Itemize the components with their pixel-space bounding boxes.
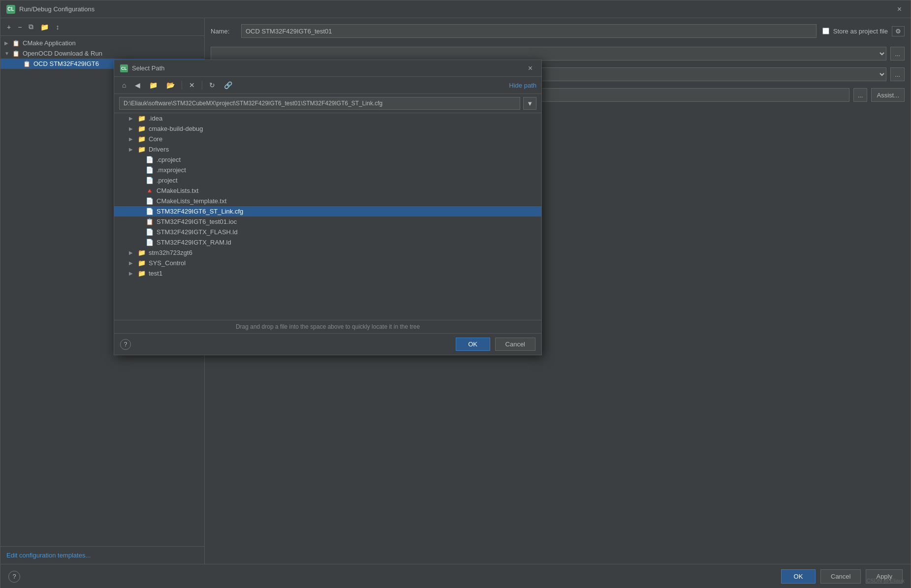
- sp-toolbar-divider-2: [202, 81, 202, 90]
- folder-icon: 📁: [138, 146, 146, 153]
- sp-toolbar-divider: [182, 81, 182, 90]
- sp-item-project[interactable]: 📄 .project: [114, 175, 541, 186]
- help-button[interactable]: ?: [8, 571, 20, 583]
- cmake-file-icon: 🔺: [146, 187, 154, 194]
- sp-folder-button[interactable]: 📁: [146, 80, 160, 91]
- sp-app-icon: CL: [120, 64, 128, 72]
- store-gear-button[interactable]: ⚙: [892, 26, 905, 36]
- cfg-file-icon: 📄: [146, 208, 154, 215]
- left-footer: Edit configuration templates...: [0, 546, 204, 564]
- sp-title-left: CL Select Path: [120, 64, 165, 72]
- config-dots-btn-2[interactable]: ...: [890, 67, 905, 81]
- sp-cancel-button[interactable]: Cancel: [495, 338, 535, 351]
- folder-config-button[interactable]: 📁: [38, 22, 51, 32]
- sp-drag-hint: Drag and drop a file into the space abov…: [114, 320, 541, 333]
- config-item-label: OpenOCD Download & Run: [23, 50, 102, 57]
- config-item-label: CMake Application: [23, 39, 76, 47]
- config-type-icon: 📋: [12, 50, 20, 57]
- sp-new-folder-button[interactable]: 📂: [163, 80, 178, 91]
- store-project-checkbox[interactable]: [822, 28, 829, 34]
- store-label: Store as project file: [833, 28, 888, 35]
- copy-config-button[interactable]: ⧉: [26, 21, 36, 32]
- sp-path-input[interactable]: [119, 97, 520, 110]
- folder-icon: 📁: [138, 115, 146, 122]
- folder-icon: 📁: [138, 259, 146, 267]
- file-icon: 📄: [146, 197, 154, 205]
- sp-link-button[interactable]: 🔗: [221, 80, 235, 91]
- window-title: Run/Debug Configurations: [19, 5, 94, 13]
- assist-button[interactable]: Assist...: [871, 88, 905, 102]
- expand-arrow: ▼: [4, 51, 9, 56]
- sp-close-button[interactable]: ×: [525, 63, 535, 74]
- expand-arrow: ▶: [4, 40, 9, 46]
- sp-item-cproject[interactable]: 📄 .cproject: [114, 155, 541, 165]
- sp-help-button[interactable]: ?: [120, 339, 131, 350]
- file-icon: 📄: [146, 156, 154, 163]
- app-icon: CL: [6, 5, 15, 14]
- name-input[interactable]: [241, 24, 817, 38]
- sp-item-test1[interactable]: ▶ 📁 test1: [114, 268, 541, 279]
- config-item-label: OCD STM32F429IGT6: [33, 60, 99, 67]
- sp-item-cmakelists[interactable]: 🔺 CMakeLists.txt: [114, 186, 541, 196]
- sp-item-drivers[interactable]: ▶ 📁 Drivers: [114, 144, 541, 155]
- sp-back-button[interactable]: ◀: [132, 80, 143, 91]
- folder-icon: 📁: [138, 249, 146, 256]
- name-row: Name: Store as project file ⚙: [211, 24, 905, 38]
- hide-path-link[interactable]: Hide path: [509, 82, 536, 89]
- sp-item-sys-control[interactable]: ▶ 📁 SYS_Control: [114, 258, 541, 268]
- sp-dialog-title: Select Path: [132, 64, 165, 72]
- config-type-icon: 📋: [12, 40, 20, 47]
- sp-delete-button[interactable]: ✕: [186, 80, 198, 91]
- sp-item-core[interactable]: ▶ 📁 Core: [114, 134, 541, 144]
- sp-home-button[interactable]: ⌂: [119, 80, 129, 91]
- sp-item-flash-ld[interactable]: 📄 STM32F429IGTX_FLASH.ld: [114, 227, 541, 237]
- folder-icon: 📁: [138, 125, 146, 132]
- ioc-file-icon: 📋: [146, 218, 154, 225]
- name-label: Name:: [211, 28, 235, 35]
- sp-toolbar: ⌂ ◀ 📁 📂 ✕ ↻ 🔗 Hide path: [114, 77, 541, 94]
- dialog-footer: ? OK Cancel Apply: [0, 564, 911, 588]
- footer-left: ?: [8, 571, 20, 583]
- sp-item-cmake-build[interactable]: ▶ 📁 cmake-build-debug: [114, 124, 541, 134]
- title-bar-left: CL Run/Debug Configurations: [6, 5, 94, 14]
- sp-file-tree: ▶ 📁 .idea ▶ 📁 cmake-build-debug ▶ 📁 Core…: [114, 113, 541, 320]
- sp-item-ioc[interactable]: 📋 STM32F429IGT6_test01.ioc: [114, 217, 541, 227]
- config-dots-btn-1[interactable]: ...: [890, 47, 905, 61]
- remove-config-button[interactable]: −: [15, 22, 24, 32]
- ok-button[interactable]: OK: [781, 569, 816, 584]
- file-icon: 📄: [146, 177, 154, 184]
- sort-config-button[interactable]: ↕: [53, 22, 62, 32]
- title-bar: CL Run/Debug Configurations ×: [0, 0, 911, 18]
- sp-item-cmakelists-template[interactable]: 📄 CMakeLists_template.txt: [114, 196, 541, 206]
- sp-refresh-button[interactable]: ↻: [206, 80, 218, 91]
- tree-item-openocd[interactable]: ▼ 📋 OpenOCD Download & Run: [0, 48, 204, 59]
- file-icon: 📄: [146, 166, 154, 174]
- ld-file-icon: 📄: [146, 239, 154, 246]
- sp-item-mxproject[interactable]: 📄 .mxproject: [114, 165, 541, 175]
- watermark: CSDN @'Eliauk: [867, 578, 905, 584]
- folder-icon: 📁: [138, 135, 146, 143]
- config-type-icon: 📋: [23, 61, 31, 67]
- main-dialog: CL Run/Debug Configurations × + − ⧉ 📁 ↕ …: [0, 0, 911, 588]
- select-path-dialog: CL Select Path × ⌂ ◀ 📁 📂 ✕ ↻ 🔗 Hide path…: [114, 60, 542, 355]
- edit-templates-link[interactable]: Edit configuration templates...: [6, 552, 91, 559]
- tree-item-cmake-application[interactable]: ▶ 📋 CMake Application: [0, 38, 204, 48]
- sp-bottom-bar: ? OK Cancel: [114, 333, 541, 355]
- sp-item-stm32h723[interactable]: ▶ 📁 stm32h723zgt6: [114, 248, 541, 258]
- window-close-button[interactable]: ×: [894, 4, 905, 15]
- store-row: Store as project file ⚙: [822, 26, 905, 36]
- sp-action-buttons: OK Cancel: [456, 338, 535, 351]
- sp-path-bar: ▼: [114, 94, 541, 113]
- sp-ok-button[interactable]: OK: [456, 338, 490, 351]
- cancel-button[interactable]: Cancel: [820, 569, 861, 584]
- sp-item-ram-ld[interactable]: 📄 STM32F429IGTX_RAM.ld: [114, 237, 541, 248]
- add-config-button[interactable]: +: [4, 22, 13, 32]
- text-dots-button[interactable]: ...: [853, 88, 868, 102]
- sp-item-st-link-cfg[interactable]: 📄 STM32F429IGT6_ST_Link.cfg: [114, 206, 541, 217]
- config-select-1[interactable]: [211, 47, 886, 61]
- ld-file-icon: 📄: [146, 228, 154, 236]
- sp-item-idea[interactable]: ▶ 📁 .idea: [114, 113, 541, 124]
- folder-icon: 📁: [138, 270, 146, 277]
- sp-path-dropdown-button[interactable]: ▼: [523, 97, 536, 110]
- sp-title-bar: CL Select Path ×: [114, 60, 541, 77]
